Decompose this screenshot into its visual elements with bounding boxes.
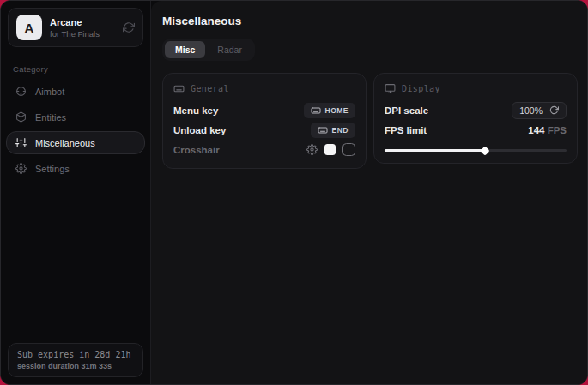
tab-bar: Misc Radar [162,39,255,61]
menu-key-row: Menu key HOME [173,100,355,120]
crosshair-icon [15,86,27,97]
sidebar-item-aimbot[interactable]: Aimbot [6,80,145,103]
cards-row: General Menu key HOME [162,73,578,169]
crosshair-settings-gear-icon[interactable] [306,144,318,155]
app-subtitle: for The Finals [50,29,100,39]
sidebar-item-entities[interactable]: Entities [6,105,145,129]
tab-misc[interactable]: Misc [165,41,205,58]
refresh-icon[interactable] [123,21,135,33]
cycle-icon [549,105,559,115]
session-duration-text: session duration 31m 33s [17,362,134,370]
app-logo: A [16,15,42,40]
tab-radar[interactable]: Radar [207,41,252,58]
slider-fill [385,149,485,152]
page-title: Miscellaneous [162,15,578,27]
sub-expires-text: Sub expires in 28d 21h [17,350,134,359]
sidebar: A Arcane for The Finals Category [1,1,151,384]
display-card-title: Display [402,84,440,93]
sidebar-item-label: Miscellaneous [35,138,95,148]
app-window: A Arcane for The Finals Category [0,0,588,385]
box-icon [15,111,27,123]
brand-text: Arcane for The Finals [50,17,100,39]
menu-key-label: Menu key [173,105,218,116]
sliders-icon [15,137,27,148]
general-card: General Menu key HOME [162,73,367,169]
unload-key-row: Unload key END [173,120,355,140]
monitor-icon [385,83,396,94]
crosshair-label: Crosshair [173,145,220,155]
crosshair-color-swatch[interactable] [324,144,336,155]
dpi-scale-label: DPI scale [385,105,428,116]
dpi-scale-button[interactable]: 100% [512,102,567,119]
general-card-header: General [173,83,355,94]
menu-key-bind-button[interactable]: HOME [304,103,356,118]
display-card: Display DPI scale 100% [373,73,578,164]
crosshair-controls [306,143,355,156]
keyboard-icon [311,105,321,116]
display-card-header: Display [385,83,567,94]
sidebar-item-settings[interactable]: Settings [6,157,145,180]
main-panel: Miscellaneous Misc Radar General [151,1,588,384]
keyboard-icon [173,83,185,94]
keyboard-icon [318,125,328,135]
sidebar-item-miscellaneous[interactable]: Miscellaneous [6,131,145,154]
category-label: Category [13,64,138,74]
crosshair-checkbox[interactable] [342,143,355,156]
general-card-title: General [191,84,229,93]
subscription-info-box: Sub expires in 28d 21h session duration … [8,343,143,377]
menu-key-value: HOME [325,106,349,115]
fps-limit-row: FPS limit 144 FPS [385,120,567,140]
slider-thumb[interactable] [480,146,489,155]
brand-card: A Arcane for The Finals [8,8,143,47]
fps-limit-value: 144 FPS [528,125,567,135]
sidebar-item-label: Settings [35,164,70,174]
dpi-scale-row: DPI scale 100% [385,100,567,120]
sidebar-item-label: Entities [35,112,66,123]
unload-key-label: Unload key [173,125,226,135]
dpi-scale-value: 100% [519,105,543,116]
sidebar-nav: Aimbot Entities [1,80,150,180]
app-title: Arcane [50,17,100,27]
fps-limit-slider[interactable] [385,146,567,154]
sidebar-item-label: Aimbot [35,87,64,97]
unload-key-bind-button[interactable]: END [311,123,355,138]
unload-key-value: END [332,126,349,135]
crosshair-row: Crosshair [173,140,355,159]
gear-icon [15,163,27,174]
fps-limit-label: FPS limit [385,125,427,135]
